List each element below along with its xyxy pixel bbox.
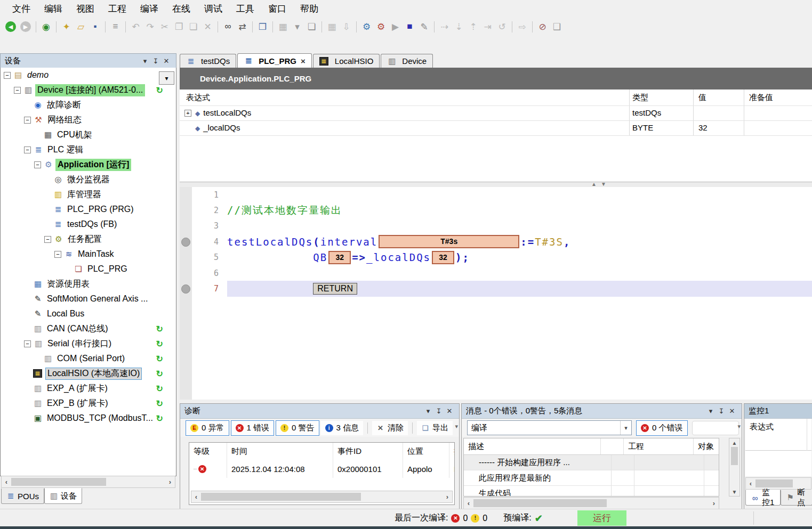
add-device-icon[interactable]: ▦ (276, 20, 290, 34)
gutter-cell[interactable] (180, 281, 192, 296)
menu-item[interactable]: 帮助 (293, 1, 325, 17)
tree-expander-icon[interactable]: − (14, 87, 21, 94)
code-text[interactable]: //测试本地数字量输出 (227, 202, 812, 218)
pin-icon[interactable]: ↧ (716, 406, 727, 416)
editor-tab[interactable]: ▦LocalHSIO (313, 54, 380, 68)
step-over-icon[interactable]: ⇢ (438, 20, 451, 34)
next-statement-icon[interactable]: ⇨ (516, 20, 529, 34)
chevron-down-icon[interactable]: ▾ (423, 406, 433, 416)
tree-expander-icon[interactable]: − (24, 340, 31, 347)
code-line[interactable]: 5 QB32=>_localDQs32); (180, 250, 812, 265)
warning-filter-button[interactable]: !0 警告 (276, 420, 319, 436)
tree-item[interactable]: ≣testDQs (FB) (1, 217, 176, 232)
chevron-down-icon[interactable]: ▾ (705, 406, 716, 416)
code-text[interactable] (227, 218, 812, 234)
pin-icon[interactable]: ↧ (150, 56, 161, 66)
editor-tab[interactable]: ≣testDQs (180, 54, 236, 68)
scrollbar-thumb[interactable] (11, 478, 106, 486)
login-icon[interactable]: ⚙ (360, 20, 373, 34)
tree-item[interactable]: −⚙任务配置 (1, 232, 176, 247)
call-stack-icon[interactable]: ❑ (550, 20, 564, 34)
editor-tab[interactable]: ▥Device (381, 54, 433, 68)
back-icon[interactable]: ◀ (5, 21, 16, 32)
menu-item[interactable]: 视图 (69, 1, 101, 17)
dropdown-caret-icon[interactable]: ▾ (291, 20, 304, 34)
exception-filter-button[interactable]: E0 异常 (186, 420, 229, 436)
export-button[interactable]: ❏导出 (417, 421, 453, 435)
toolbar-overflow-icon[interactable]: ▾ (455, 423, 458, 430)
info-filter-button[interactable]: i3 信息 (321, 421, 364, 435)
menu-item[interactable]: 编译 (133, 1, 165, 17)
tree-item[interactable]: ▥库管理器 (1, 187, 176, 202)
replace-icon[interactable]: ⇄ (236, 20, 249, 34)
close-icon[interactable]: ✕ (161, 56, 172, 66)
messages-row[interactable]: 此应用程序是最新的 (464, 470, 719, 486)
scroll-left-icon[interactable]: ‹ (2, 478, 11, 486)
scroll-left-icon[interactable]: ‹ (191, 493, 201, 501)
scrollbar-thumb[interactable] (731, 447, 738, 465)
tree-item[interactable]: ▥COM (Serial Port)↻ (1, 351, 176, 366)
print-icon[interactable]: ≡ (109, 20, 122, 34)
menu-item[interactable]: 在线 (165, 1, 197, 17)
tree-item[interactable]: ▥EXP_B (扩展卡)↻ (1, 396, 176, 411)
redo-icon[interactable]: ↷ (143, 20, 157, 34)
forward-icon[interactable]: ▶ (20, 21, 31, 32)
code-text[interactable]: testLocalDQs(intervalT#3s:=T#3S, (227, 234, 812, 249)
step-out-icon[interactable]: ⇡ (467, 20, 480, 34)
tree-item[interactable]: ◎微分监视器 (1, 172, 176, 187)
bottom-tab[interactable]: ⚑断点 (781, 490, 812, 506)
message-category-select[interactable]: 编译 ▾ (467, 420, 632, 435)
gutter-cell[interactable] (180, 250, 192, 265)
code-text[interactable] (227, 187, 812, 202)
tree-expander-icon[interactable]: − (24, 117, 31, 124)
code-line[interactable]: 2//测试本地数字量输出 (180, 202, 812, 218)
tree-item[interactable]: −≣PLC 逻辑 (1, 142, 176, 157)
code-text[interactable] (227, 265, 812, 281)
code-line[interactable]: 1 (180, 187, 812, 202)
watch1-empty-area[interactable] (745, 451, 811, 476)
tree-expander-icon[interactable]: − (54, 251, 61, 258)
st-code-editor[interactable]: 12//测试本地数字量输出34testLocalDQs(intervalT#3s… (180, 187, 812, 400)
chevron-down-icon[interactable]: ▾ (620, 421, 631, 435)
scrollbar-thumb[interactable] (755, 479, 793, 487)
tree-item[interactable]: −⚒网络组态 (1, 112, 176, 127)
tree-item[interactable]: ▥CAN (CAN总线)↻ (1, 321, 176, 336)
navigator-tab[interactable]: ▥设备 (44, 488, 82, 504)
gutter-cell[interactable] (180, 187, 192, 202)
bottom-splitter[interactable] (180, 400, 812, 403)
code-text[interactable]: QB32=>_localDQs32); (227, 250, 812, 265)
tree-item[interactable]: ✎SoftMotion General Axis ... (1, 291, 176, 306)
start-icon[interactable]: ▶ (389, 20, 402, 34)
code-line[interactable]: 6 (180, 265, 812, 281)
scroll-right-icon[interactable]: › (443, 493, 452, 501)
tree-expander-icon[interactable]: − (34, 161, 41, 168)
online-edit-icon[interactable]: ✎ (417, 20, 431, 34)
stop-icon[interactable]: ■ (403, 20, 416, 34)
menu-item[interactable]: 工具 (229, 1, 261, 17)
close-icon[interactable]: ✕ (727, 406, 737, 416)
close-tab-icon[interactable]: × (301, 56, 305, 66)
scroll-down-icon[interactable]: ▼ (732, 487, 737, 496)
watch-row[interactable]: +◆testLocalDQstestDQs (180, 105, 812, 120)
tree-item[interactable]: ◉故障诊断 (1, 97, 176, 112)
code-text[interactable]: RETURN (227, 281, 812, 296)
chevron-down-icon[interactable]: ▾ (140, 56, 150, 66)
copy-icon[interactable]: ❐ (172, 20, 186, 34)
tree-item[interactable]: ❏PLC_PRG (1, 262, 176, 276)
tree-item[interactable]: ▦LocalHSIO (本地高速IO)↻ (1, 366, 176, 381)
scroll-left-icon[interactable]: ‹ (464, 499, 473, 507)
scrollbar-thumb[interactable] (201, 493, 361, 501)
scroll-right-icon[interactable]: › (165, 478, 175, 486)
watch-row[interactable]: ◆_localDQsBYTE32 (180, 120, 812, 135)
scroll-right-icon[interactable]: › (709, 499, 719, 507)
download-icon[interactable]: ⇩ (340, 20, 353, 34)
library-manager-icon[interactable]: ❒ (256, 20, 269, 34)
code-line[interactable]: 3 (180, 218, 812, 234)
code-line[interactable]: 7 RETURN (180, 281, 812, 296)
diagnostics-row[interactable]: ┈✕2025.12.04 12:04:080x20000101AppoloMRe (189, 460, 454, 478)
save-icon[interactable]: ▪ (89, 20, 102, 34)
menu-item[interactable]: 窗口 (261, 1, 293, 17)
cut-icon[interactable]: ✂ (158, 20, 171, 34)
run-to-cursor-icon[interactable]: ⇥ (481, 20, 494, 34)
paste-icon[interactable]: ❏ (187, 20, 200, 34)
